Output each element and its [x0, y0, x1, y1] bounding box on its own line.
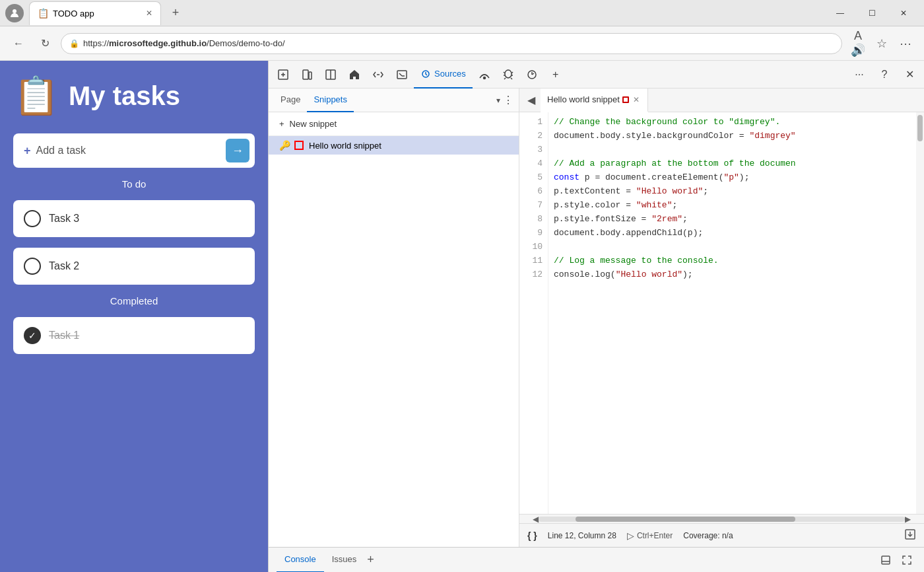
scroll-right-button[interactable]: ▶	[905, 515, 911, 524]
todo-add-plus-icon: +	[24, 144, 31, 158]
todo-item-task3[interactable]: Task 3	[13, 200, 255, 237]
todo-item-task1[interactable]: ✓ Task 1	[13, 317, 255, 354]
devtools-device-btn[interactable]	[295, 63, 319, 87]
code-content[interactable]: // Change the background color to "dimgr…	[548, 112, 916, 514]
devtools-bottom-tabbar: Console Issues +	[269, 547, 924, 572]
sources-page-tab[interactable]: Page	[274, 89, 307, 112]
status-export-button[interactable]	[904, 528, 916, 543]
task1-name: Task 1	[49, 330, 79, 341]
task3-checkbox[interactable]	[24, 210, 41, 227]
devtools-home-btn[interactable]	[343, 63, 366, 87]
back-button[interactable]: ←	[8, 33, 29, 54]
url-text: https://microsoftedge.github.io/Demos/de…	[83, 38, 285, 48]
browser-tab[interactable]: 📋 TODO app ✕	[29, 1, 161, 25]
favorites-button[interactable]: ☆	[871, 33, 892, 54]
completed-section-label: Completed	[13, 295, 255, 306]
new-snippet-button[interactable]: + New snippet	[269, 112, 519, 136]
devtools-add-tab-btn[interactable]: +	[544, 63, 568, 87]
devtools-sources-label: Sources	[434, 69, 466, 79]
vertical-scrollbar[interactable]	[916, 112, 924, 514]
devtools-more-btn[interactable]: ···	[847, 63, 871, 87]
url-path: /Demos/demo-to-do/	[207, 38, 285, 48]
task3-name: Task 3	[49, 213, 79, 225]
editor-back-button[interactable]: ◀	[522, 91, 541, 110]
todo-header: 📋 My tasks	[13, 74, 255, 123]
snippet-modified-badge	[294, 141, 304, 150]
minimize-button[interactable]: —	[825, 3, 855, 24]
devtools-close-btn[interactable]: ✕	[898, 63, 921, 87]
window-controls: — ☐ ✕	[825, 3, 919, 24]
code-area: 123456 789101112 // Change the backgroun…	[519, 112, 924, 514]
maximize-button[interactable]: ☐	[857, 3, 887, 24]
address-bar-actions: A🔊 ☆ ⋯	[847, 33, 916, 54]
todo-add-placeholder: Add a task	[36, 145, 86, 157]
devtools-debug-btn[interactable]	[496, 63, 520, 87]
todo-app-icon: 📋	[13, 74, 59, 118]
refresh-button[interactable]: ↻	[34, 33, 55, 54]
bottom-dock-btn[interactable]	[876, 551, 895, 569]
svg-rect-2	[303, 70, 308, 79]
sources-tab-menu[interactable]: ⋮	[503, 94, 513, 106]
devtools-sources-tab[interactable]: Sources	[414, 61, 473, 89]
devtools-split-btn[interactable]	[319, 63, 343, 87]
editor-tab-modified-icon	[622, 96, 629, 103]
bottom-tab-issues[interactable]: Issues	[324, 548, 365, 573]
editor-tabs: ◀ Hello world snippet ✕	[519, 89, 924, 112]
todo-add-submit-button[interactable]: →	[226, 139, 249, 162]
new-tab-button[interactable]: +	[166, 4, 185, 22]
scrollbar-thumb-v	[917, 115, 923, 141]
todo-app-title: My tasks	[69, 81, 180, 111]
devtools-performance-btn[interactable]	[520, 63, 544, 87]
task2-name: Task 2	[49, 260, 79, 272]
read-aloud-button[interactable]: A🔊	[847, 33, 869, 54]
code-editor: ◀ Hello world snippet ✕ 123456 789101112…	[519, 89, 924, 547]
editor-tab-close-button[interactable]: ✕	[632, 95, 641, 104]
todo-item-task2[interactable]: Task 2	[13, 248, 255, 285]
scroll-left-button[interactable]: ◀	[533, 515, 539, 524]
devtools-help-btn[interactable]: ?	[873, 63, 896, 87]
bottom-tab-console[interactable]: Console	[277, 548, 324, 573]
devtools-body: Page Snippets ▾ ⋮ + New snippet 🔑 Hello …	[269, 89, 924, 547]
lock-icon: 🔒	[69, 39, 79, 48]
devtools-network-btn[interactable]	[473, 63, 496, 87]
bottom-fullscreen-btn[interactable]	[898, 551, 916, 569]
svg-line-17	[511, 78, 512, 79]
todo-add-bar[interactable]: + Add a task →	[13, 133, 255, 168]
sources-tab-more[interactable]: ▾	[496, 96, 500, 105]
status-coverage: Coverage: n/a	[683, 531, 733, 540]
devtools-panel: Sources + ··· ? ✕ Page	[268, 61, 924, 572]
more-actions-button[interactable]: ⋯	[895, 33, 916, 54]
snippet-file-icon: 🔑	[279, 140, 290, 151]
editor-active-tab[interactable]: Hello world snippet ✕	[541, 89, 648, 112]
sources-left-panel: Page Snippets ▾ ⋮ + New snippet 🔑 Hello …	[269, 89, 519, 547]
status-run-button[interactable]: ▷ Ctrl+Enter	[627, 530, 673, 541]
horizontal-scrollbar[interactable]: ◀ ▶	[519, 514, 924, 523]
tab-close-button[interactable]: ✕	[146, 9, 152, 18]
svg-rect-7	[397, 71, 407, 79]
bottom-add-panel-button[interactable]: +	[367, 553, 374, 567]
sources-snippets-tab[interactable]: Snippets	[307, 89, 354, 112]
editor-tab-name: Hello world snippet	[547, 94, 620, 104]
devtools-elements-btn[interactable]	[366, 63, 390, 87]
devtools-right-buttons: ··· ? ✕	[847, 63, 921, 87]
todo-add-text: + Add a task	[24, 144, 226, 158]
tab-title: TODO app	[53, 9, 139, 18]
line-numbers: 123456 789101112	[519, 112, 548, 514]
svg-point-11	[483, 77, 485, 79]
todo-section-label: To do	[13, 178, 255, 190]
status-position: Line 12, Column 28	[548, 531, 616, 540]
browser-titlebar: 📋 TODO app ✕ + — ☐ ✕	[0, 0, 924, 26]
address-bar[interactable]: 🔒 https://microsoftedge.github.io/Demos/…	[61, 33, 842, 54]
scrollbar-h-track[interactable]	[539, 517, 905, 522]
devtools-console-btn[interactable]	[390, 63, 414, 87]
status-run-label: Ctrl+Enter	[637, 531, 673, 540]
url-domain: microsoftedge.github.io	[109, 38, 207, 48]
devtools-inspect-btn[interactable]	[271, 63, 295, 87]
devtools-toolbar: Sources + ··· ? ✕	[269, 61, 924, 89]
bottom-right-buttons	[876, 551, 916, 569]
scrollbar-h-thumb	[576, 517, 795, 522]
task2-checkbox[interactable]	[24, 258, 41, 275]
snippet-item-hello[interactable]: 🔑 Hello world snippet	[269, 136, 519, 155]
task1-checkbox[interactable]: ✓	[24, 327, 41, 344]
close-window-button[interactable]: ✕	[888, 3, 919, 24]
